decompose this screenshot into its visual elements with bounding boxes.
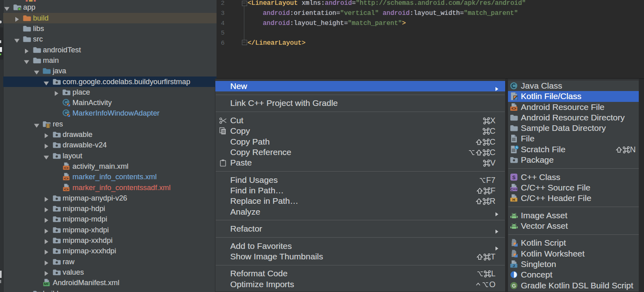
svg-text:MF: MF — [44, 282, 49, 286]
svg-text:G: G — [512, 283, 516, 288]
svg-text:H: H — [512, 197, 515, 202]
svg-text:<>: <> — [64, 166, 69, 170]
svg-text:J: J — [513, 263, 515, 268]
svg-text:<>: <> — [64, 187, 69, 191]
svg-text:<>: <> — [511, 107, 516, 111]
svg-text:<>: <> — [64, 176, 69, 181]
svg-text:C++: C++ — [510, 187, 517, 191]
svg-text:S: S — [512, 174, 516, 180]
